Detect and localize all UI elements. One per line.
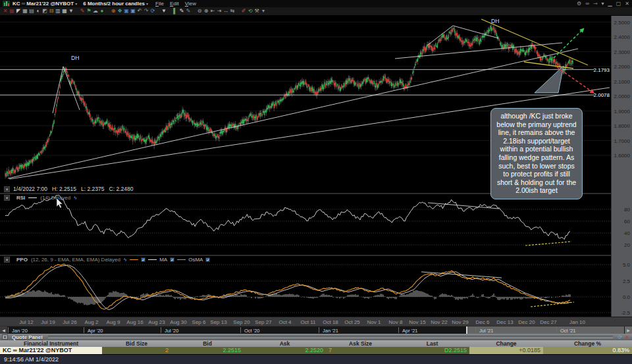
quote-cell-last[interactable]: D2.2515 bbox=[395, 347, 469, 354]
timeframe-selector[interactable]: 6 Months/2 hour candles bbox=[83, 1, 145, 7]
tools-icon[interactable]: ⚒ bbox=[253, 7, 260, 15]
menu-view[interactable]: View bbox=[185, 1, 196, 7]
contrast-icon[interactable]: ◐ bbox=[35, 7, 41, 15]
heatmap-icon[interactable]: ▦ bbox=[9, 7, 15, 15]
link-icon[interactable]: ∞ bbox=[585, 1, 589, 7]
annotation-callout[interactable]: although /KC just broke below the primar… bbox=[490, 108, 583, 199]
rsi-divergence-line[interactable] bbox=[525, 242, 571, 246]
osma-line-checkbox[interactable]: ✓ bbox=[205, 257, 210, 262]
column-header-bid-size[interactable]: Bid Size bbox=[102, 340, 171, 347]
compress-left-icon[interactable]: ⇤ bbox=[209, 7, 216, 15]
collapse-button[interactable]: ▼ bbox=[2, 334, 8, 340]
ppo-divergence-line[interactable] bbox=[531, 302, 574, 307]
filter-dropdown-icon[interactable]: ▼ bbox=[161, 7, 167, 15]
grid-icon[interactable]: ▦ bbox=[22, 7, 28, 15]
quote-cell-ask[interactable]: 2.2520 bbox=[244, 347, 326, 354]
pin-icon[interactable]: ⊸ bbox=[593, 1, 598, 7]
maximize-icon[interactable]: ▢ bbox=[616, 1, 621, 7]
more-dropdown-icon[interactable]: ▾ bbox=[260, 7, 267, 15]
marker-icon[interactable]: ✎ bbox=[79, 7, 86, 15]
draw-pencil-icon[interactable]: ✎ bbox=[178, 7, 185, 15]
timeline-navigator[interactable]: ◀ ▶ Jan '20Apr '20Jul '20Oct '20Jan '21A… bbox=[0, 326, 632, 334]
draw-line-icon[interactable]: ✎ bbox=[185, 7, 192, 15]
quote-cell-change-pct[interactable]: 0.83% bbox=[543, 347, 632, 354]
chart-style-dropdown-icon[interactable]: ▼ bbox=[68, 7, 74, 15]
close-icon[interactable]: ✕ bbox=[4, 257, 10, 263]
cube-icon[interactable]: ❖ bbox=[117, 7, 123, 15]
minimize-icon[interactable]: ▁ bbox=[608, 1, 612, 7]
trendline[interactable] bbox=[53, 66, 63, 113]
panel2-icon[interactable]: ▣ bbox=[130, 7, 136, 15]
refresh-icon[interactable]: ⟳ bbox=[618, 334, 623, 340]
trendline[interactable] bbox=[63, 66, 80, 110]
close-icon[interactable]: ✕ bbox=[625, 1, 629, 7]
snapshot-icon[interactable]: ◩ bbox=[41, 7, 48, 15]
quote-cell-instrument[interactable]: KC ∞ Mar21'22 @NYBOT bbox=[0, 347, 102, 354]
folder-icon[interactable]: ⊟ bbox=[48, 7, 55, 15]
date-axis[interactable]: Jul 12Jul 19Jul 26Aug 2Aug 9Aug 16Aug 23… bbox=[0, 317, 632, 326]
bar-spacing-icon[interactable]: ⇆ bbox=[229, 7, 236, 15]
menu-file[interactable]: File bbox=[155, 1, 164, 7]
zoom-in-icon[interactable]: ⊕ bbox=[203, 7, 209, 15]
ppo-params[interactable]: (12, 26, 9 - EMA, EMA, EMA) Delayed bbox=[31, 257, 120, 263]
settings-icon[interactable]: ⚙ bbox=[577, 1, 581, 7]
rsi-params[interactable]: (14) Delayed bbox=[40, 195, 70, 201]
ppo-chart-canvas[interactable] bbox=[0, 255, 632, 317]
bearish-projection-arrow[interactable] bbox=[557, 67, 592, 91]
column-header-change[interactable]: Change bbox=[469, 340, 543, 347]
rsi-line bbox=[5, 195, 570, 240]
quote-cell-bid-size[interactable]: 2 bbox=[102, 347, 171, 354]
print-icon[interactable]: ▤ bbox=[28, 7, 35, 15]
date-tick-label: Nov 15 bbox=[409, 319, 425, 325]
pin-caret-icon[interactable]: ▾ bbox=[602, 1, 604, 7]
cursor-icon[interactable]: ◤ bbox=[15, 7, 22, 15]
save-icon[interactable]: ▥ bbox=[55, 7, 61, 15]
compress-right-icon[interactable]: ⇥ bbox=[216, 7, 223, 15]
quote-cell-bid[interactable]: 2.2515 bbox=[171, 347, 244, 354]
expand-bars-icon[interactable]: ↔ bbox=[223, 7, 229, 15]
menu-edit[interactable]: Edit bbox=[170, 1, 179, 7]
trading-app-window: KC ∞ Mar21'22 @NYBOT ▾ 6 Months/2 hour c… bbox=[0, 0, 632, 364]
symbol-title[interactable]: KC bbox=[13, 1, 20, 7]
undo-icon[interactable]: ↶ bbox=[136, 7, 143, 15]
symbol-dropdown-caret[interactable]: ▾ bbox=[75, 1, 77, 6]
close-icon[interactable]: ✕ bbox=[4, 195, 10, 201]
wedge-trendline[interactable] bbox=[481, 19, 588, 65]
rsi-chart-canvas[interactable] bbox=[0, 194, 632, 255]
column-header-ask[interactable]: Ask bbox=[244, 340, 326, 347]
column-header-financial-instrument[interactable]: Financial Instrument bbox=[0, 340, 102, 347]
sync-icon[interactable]: ⟳ bbox=[149, 7, 156, 15]
reset-icon[interactable]: ⟲ bbox=[247, 7, 253, 15]
ma-line-checkbox[interactable]: ✓ bbox=[170, 257, 174, 262]
ppo-line-checkbox[interactable]: ✓ bbox=[141, 257, 145, 262]
layout-icon[interactable]: ▦ bbox=[61, 7, 68, 15]
quote-cell-change[interactable]: +0.0185 bbox=[469, 347, 543, 354]
target-icon[interactable]: ⊕ bbox=[110, 7, 117, 15]
column-header-change-[interactable]: Change % bbox=[543, 340, 632, 347]
trendline[interactable] bbox=[395, 43, 562, 59]
panel-icon[interactable]: ▣ bbox=[123, 7, 130, 15]
globe-icon[interactable]: ● bbox=[99, 7, 105, 15]
quote-table-row[interactable]: KC ∞ Mar21'22 @NYBOT22.25152.25207D2.251… bbox=[0, 347, 632, 354]
quote-cell-ask-size[interactable]: 7 bbox=[326, 347, 395, 354]
flag-icon[interactable]: ⚑ bbox=[86, 7, 92, 15]
zoom-out-icon[interactable]: ⊖ bbox=[196, 7, 203, 15]
navigator-tick bbox=[8, 327, 9, 333]
brush-icon[interactable]: ✐ bbox=[240, 7, 247, 15]
menu-bar: FileEditView bbox=[155, 1, 202, 7]
redo-icon[interactable]: ↷ bbox=[143, 7, 149, 15]
contract-title[interactable]: Mar21'22 @NYBOT bbox=[26, 1, 74, 7]
bullish-projection-arrow[interactable] bbox=[554, 30, 582, 58]
close-chart-icon[interactable]: ✕ bbox=[2, 7, 9, 15]
timeframe-dropdown-caret[interactable]: ▾ bbox=[146, 1, 148, 6]
cloud-icon[interactable]: ☁ bbox=[92, 7, 99, 15]
navigator-period-label: Apr '20 bbox=[88, 328, 103, 334]
volume-bars-icon[interactable]: ▌ bbox=[172, 7, 178, 15]
ppo-pane-divider[interactable] bbox=[0, 255, 632, 256]
column-header-ask-size[interactable]: Ask Size bbox=[326, 340, 395, 347]
price-axis[interactable]: 2.50002.40002.30002.20002.10002.00001.90… bbox=[611, 16, 632, 317]
column-header-last[interactable]: Last bbox=[395, 340, 469, 347]
close-icon[interactable]: ✕ bbox=[625, 334, 629, 340]
column-header-bid[interactable]: Bid bbox=[171, 340, 244, 347]
close-icon[interactable]: ✕ bbox=[4, 186, 10, 192]
